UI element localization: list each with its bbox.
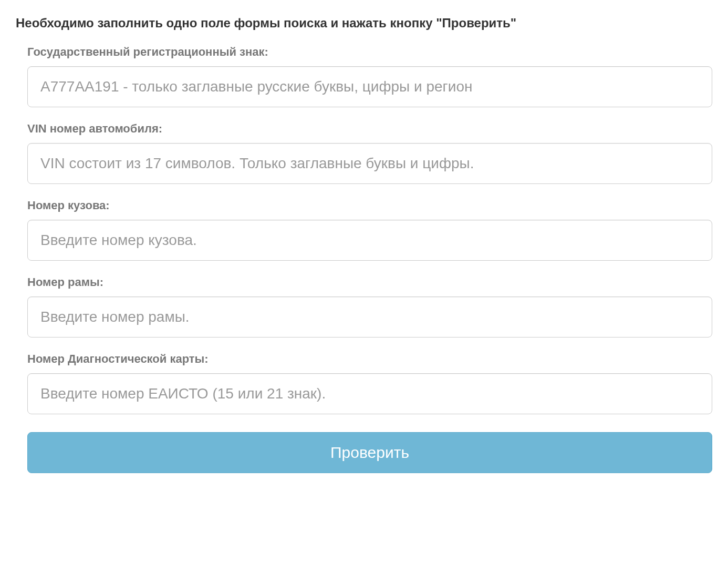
frame-number-group: Номер рамы: (27, 275, 712, 337)
frame-number-input[interactable] (27, 296, 712, 337)
vin-label: VIN номер автомобиля: (27, 122, 712, 136)
body-number-group: Номер кузова: (27, 199, 712, 261)
form-title: Необходимо заполнить одно поле формы пои… (16, 16, 712, 30)
submit-button[interactable]: Проверить (27, 432, 712, 473)
frame-number-label: Номер рамы: (27, 275, 712, 289)
body-number-label: Номер кузова: (27, 199, 712, 212)
reg-plate-group: Государственный регистрационный знак: (27, 45, 712, 107)
vin-group: VIN номер автомобиля: (27, 122, 712, 184)
form-body: Государственный регистрационный знак: VI… (16, 45, 712, 473)
reg-plate-input[interactable] (27, 66, 712, 107)
body-number-input[interactable] (27, 220, 712, 261)
reg-plate-label: Государственный регистрационный знак: (27, 45, 712, 59)
search-form: Необходимо заполнить одно поле формы пои… (16, 16, 712, 473)
diag-card-group: Номер Диагностической карты: (27, 352, 712, 414)
diag-card-input[interactable] (27, 373, 712, 414)
vin-input[interactable] (27, 143, 712, 184)
diag-card-label: Номер Диагностической карты: (27, 352, 712, 366)
